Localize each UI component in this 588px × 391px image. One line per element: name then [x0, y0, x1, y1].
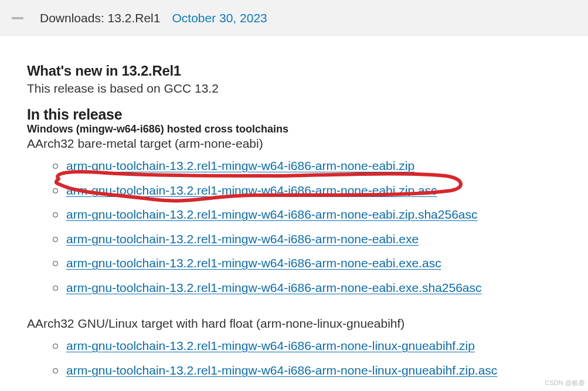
download-link[interactable]: arm-gnu-toolchain-13.2.rel1-mingw-w64-i6…	[66, 205, 478, 224]
list-item: arm-gnu-toolchain-13.2.rel1-mingw-w64-i6…	[53, 181, 563, 200]
target2-text: AArch32 GNU/Linux target with hard float…	[27, 317, 563, 331]
bullet-icon	[53, 164, 58, 169]
list-item: arm-gnu-toolchain-13.2.rel1-mingw-w64-i6…	[53, 157, 563, 175]
in-release-heading: In this release	[27, 106, 563, 123]
download-link[interactable]: arm-gnu-toolchain-13.2.rel1-mingw-w64-i6…	[66, 230, 419, 249]
file-list-1: arm-gnu-toolchain-13.2.rel1-mingw-w64-i6…	[27, 157, 563, 297]
header-date: October 30, 2023	[172, 11, 267, 25]
list-item: arm-gnu-toolchain-13.2.rel1-mingw-w64-i6…	[53, 361, 563, 380]
content-area: What's new in 13.2.Rel1 This release is …	[0, 36, 588, 379]
download-link[interactable]: arm-gnu-toolchain-13.2.rel1-mingw-w64-i6…	[66, 278, 482, 297]
bullet-icon	[53, 285, 58, 291]
bullet-icon	[53, 188, 58, 193]
file-list-2: arm-gnu-toolchain-13.2.rel1-mingw-w64-i6…	[27, 336, 563, 379]
bullet-icon	[53, 212, 58, 217]
bullet-icon	[53, 237, 58, 242]
bullet-icon	[53, 261, 58, 266]
header-strip: Downloads: 13.2.Rel1 October 30, 2023	[0, 0, 588, 36]
download-link[interactable]: arm-gnu-toolchain-13.2.rel1-mingw-w64-i6…	[66, 181, 437, 200]
collapse-icon[interactable]	[12, 17, 23, 19]
header-title: Downloads: 13.2.Rel1	[40, 11, 160, 25]
download-link[interactable]: arm-gnu-toolchain-13.2.rel1-mingw-w64-i6…	[66, 157, 414, 175]
list-item: arm-gnu-toolchain-13.2.rel1-mingw-w64-i6…	[53, 336, 563, 355]
list-item: arm-gnu-toolchain-13.2.rel1-mingw-w64-i6…	[53, 278, 563, 297]
download-link[interactable]: arm-gnu-toolchain-13.2.rel1-mingw-w64-i6…	[66, 254, 441, 273]
list-item: arm-gnu-toolchain-13.2.rel1-mingw-w64-i6…	[53, 205, 563, 224]
download-link[interactable]: arm-gnu-toolchain-13.2.rel1-mingw-w64-i6…	[66, 336, 475, 355]
bullet-icon	[53, 368, 58, 373]
watermark-text: CSDN @极袭	[545, 379, 584, 387]
host-heading: Windows (mingw-w64-i686) hosted cross to…	[27, 123, 563, 135]
bullet-icon	[53, 344, 58, 349]
whats-new-heading: What's new in 13.2.Rel1	[27, 63, 563, 79]
download-link[interactable]: arm-gnu-toolchain-13.2.rel1-mingw-w64-i6…	[66, 361, 497, 380]
based-on-text: This release is based on GCC 13.2	[27, 81, 563, 96]
list-item: arm-gnu-toolchain-13.2.rel1-mingw-w64-i6…	[53, 254, 563, 273]
list-item: arm-gnu-toolchain-13.2.rel1-mingw-w64-i6…	[53, 230, 563, 249]
target1-text: AArch32 bare-metal target (arm-none-eabi…	[27, 137, 563, 151]
